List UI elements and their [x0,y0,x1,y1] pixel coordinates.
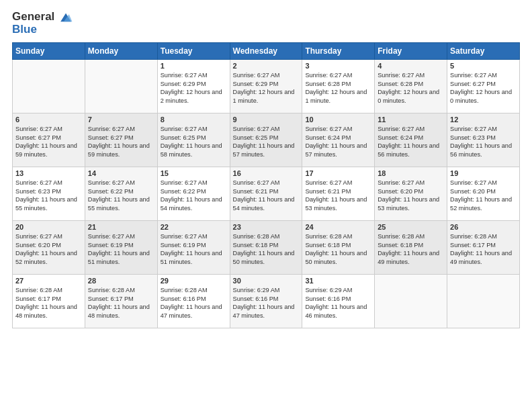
weekday-header-monday: Monday [85,43,157,60]
day-content: Sunrise: 6:29 AM Sunset: 6:16 PM Dayligh… [305,286,371,320]
day-number: 6 [15,116,82,124]
day-number: 8 [161,116,227,124]
day-content: Sunrise: 6:29 AM Sunset: 6:16 PM Dayligh… [233,286,300,320]
calendar-cell: 3Sunrise: 6:27 AM Sunset: 6:28 PM Daylig… [302,60,375,113]
calendar-cell: 27Sunrise: 6:28 AM Sunset: 6:17 PM Dayli… [13,275,85,328]
day-content: Sunrise: 6:27 AM Sunset: 6:27 PM Dayligh… [15,125,82,158]
calendar-week-1: 1Sunrise: 6:27 AM Sunset: 6:29 PM Daylig… [13,60,520,113]
day-number: 31 [305,277,371,285]
calendar-cell: 4Sunrise: 6:27 AM Sunset: 6:28 PM Daylig… [375,60,447,113]
day-number: 15 [161,169,227,177]
day-content: Sunrise: 6:27 AM Sunset: 6:23 PM Dayligh… [450,125,517,158]
calendar-cell [375,275,447,328]
day-content: Sunrise: 6:28 AM Sunset: 6:17 PM Dayligh… [450,232,517,266]
logo-blue: Blue [12,24,73,36]
calendar-cell: 6Sunrise: 6:27 AM Sunset: 6:27 PM Daylig… [13,113,85,167]
day-content: Sunrise: 6:27 AM Sunset: 6:20 PM Dayligh… [15,232,82,266]
day-number: 21 [88,223,154,231]
calendar-cell: 12Sunrise: 6:27 AM Sunset: 6:23 PM Dayli… [447,113,520,167]
day-number: 19 [450,169,517,177]
weekday-header-tuesday: Tuesday [157,43,230,60]
day-content: Sunrise: 6:28 AM Sunset: 6:16 PM Dayligh… [161,286,227,320]
day-number: 22 [161,223,227,231]
day-number: 5 [450,62,517,70]
page: General Blue SundayMondayTuesdayWednesda… [0,0,532,411]
calendar-cell: 21Sunrise: 6:27 AM Sunset: 6:19 PM Dayli… [85,221,157,275]
calendar-week-3: 13Sunrise: 6:27 AM Sunset: 6:23 PM Dayli… [13,167,520,221]
calendar-cell: 23Sunrise: 6:28 AM Sunset: 6:18 PM Dayli… [230,221,302,275]
weekday-header-sunday: Sunday [13,43,85,60]
calendar-week-4: 20Sunrise: 6:27 AM Sunset: 6:20 PM Dayli… [13,221,520,275]
day-content: Sunrise: 6:27 AM Sunset: 6:28 PM Dayligh… [305,71,371,105]
day-number: 27 [15,277,82,285]
day-content: Sunrise: 6:28 AM Sunset: 6:18 PM Dayligh… [233,232,300,266]
calendar-cell: 8Sunrise: 6:27 AM Sunset: 6:25 PM Daylig… [157,113,230,167]
day-content: Sunrise: 6:27 AM Sunset: 6:22 PM Dayligh… [161,179,227,212]
day-number: 14 [88,169,154,177]
day-content: Sunrise: 6:27 AM Sunset: 6:20 PM Dayligh… [450,179,517,212]
calendar-cell: 30Sunrise: 6:29 AM Sunset: 6:16 PM Dayli… [230,275,302,328]
day-number: 9 [233,116,300,124]
day-number: 3 [305,62,371,70]
day-content: Sunrise: 6:27 AM Sunset: 6:25 PM Dayligh… [161,125,227,158]
logo: General Blue [12,11,73,36]
calendar-cell: 25Sunrise: 6:28 AM Sunset: 6:18 PM Dayli… [375,221,447,275]
day-content: Sunrise: 6:27 AM Sunset: 6:23 PM Dayligh… [15,179,82,212]
day-number: 7 [88,116,154,124]
day-number: 1 [161,62,227,70]
day-number: 26 [450,223,517,231]
day-content: Sunrise: 6:27 AM Sunset: 6:19 PM Dayligh… [161,232,227,266]
calendar-cell: 14Sunrise: 6:27 AM Sunset: 6:22 PM Dayli… [85,167,157,221]
day-number: 25 [378,223,444,231]
day-number: 30 [233,277,300,285]
calendar-cell: 24Sunrise: 6:28 AM Sunset: 6:18 PM Dayli… [302,221,375,275]
day-content: Sunrise: 6:27 AM Sunset: 6:29 PM Dayligh… [233,71,300,105]
calendar-cell: 20Sunrise: 6:27 AM Sunset: 6:20 PM Dayli… [13,221,85,275]
calendar-week-2: 6Sunrise: 6:27 AM Sunset: 6:27 PM Daylig… [13,113,520,167]
calendar-cell: 29Sunrise: 6:28 AM Sunset: 6:16 PM Dayli… [157,275,230,328]
day-number: 4 [378,62,444,70]
day-content: Sunrise: 6:28 AM Sunset: 6:18 PM Dayligh… [378,232,444,266]
calendar-cell: 13Sunrise: 6:27 AM Sunset: 6:23 PM Dayli… [13,167,85,221]
day-number: 11 [378,116,444,124]
day-content: Sunrise: 6:27 AM Sunset: 6:29 PM Dayligh… [161,71,227,105]
day-content: Sunrise: 6:27 AM Sunset: 6:27 PM Dayligh… [88,125,154,158]
weekday-header-saturday: Saturday [447,43,520,60]
calendar-cell: 5Sunrise: 6:27 AM Sunset: 6:27 PM Daylig… [447,60,520,113]
day-content: Sunrise: 6:28 AM Sunset: 6:17 PM Dayligh… [15,286,82,320]
calendar-cell: 15Sunrise: 6:27 AM Sunset: 6:22 PM Dayli… [157,167,230,221]
day-content: Sunrise: 6:28 AM Sunset: 6:17 PM Dayligh… [88,286,154,320]
calendar-cell: 28Sunrise: 6:28 AM Sunset: 6:17 PM Dayli… [85,275,157,328]
day-number: 28 [88,277,154,285]
day-content: Sunrise: 6:28 AM Sunset: 6:18 PM Dayligh… [305,232,371,266]
calendar-cell [85,60,157,113]
calendar-cell [13,60,85,113]
weekday-header-thursday: Thursday [302,43,375,60]
calendar-cell: 18Sunrise: 6:27 AM Sunset: 6:20 PM Dayli… [375,167,447,221]
day-number: 23 [233,223,300,231]
calendar-cell: 31Sunrise: 6:29 AM Sunset: 6:16 PM Dayli… [302,275,375,328]
day-number: 18 [378,169,444,177]
day-number: 29 [161,277,227,285]
day-content: Sunrise: 6:27 AM Sunset: 6:21 PM Dayligh… [305,179,371,212]
weekday-header-wednesday: Wednesday [230,43,302,60]
calendar-cell: 7Sunrise: 6:27 AM Sunset: 6:27 PM Daylig… [85,113,157,167]
day-number: 16 [233,169,300,177]
day-number: 17 [305,169,371,177]
day-number: 10 [305,116,371,124]
day-number: 12 [450,116,517,124]
calendar-table: SundayMondayTuesdayWednesdayThursdayFrid… [12,42,520,328]
calendar-cell: 26Sunrise: 6:28 AM Sunset: 6:17 PM Dayli… [447,221,520,275]
day-content: Sunrise: 6:27 AM Sunset: 6:20 PM Dayligh… [378,179,444,212]
calendar-week-5: 27Sunrise: 6:28 AM Sunset: 6:17 PM Dayli… [13,275,520,328]
weekday-header-friday: Friday [375,43,447,60]
calendar-cell: 19Sunrise: 6:27 AM Sunset: 6:20 PM Dayli… [447,167,520,221]
calendar-cell: 1Sunrise: 6:27 AM Sunset: 6:29 PM Daylig… [157,60,230,113]
logo-general: General [12,11,73,24]
day-number: 24 [305,223,371,231]
calendar-cell: 11Sunrise: 6:27 AM Sunset: 6:24 PM Dayli… [375,113,447,167]
day-content: Sunrise: 6:27 AM Sunset: 6:24 PM Dayligh… [305,125,371,158]
calendar-cell: 22Sunrise: 6:27 AM Sunset: 6:19 PM Dayli… [157,221,230,275]
calendar-cell: 17Sunrise: 6:27 AM Sunset: 6:21 PM Dayli… [302,167,375,221]
day-content: Sunrise: 6:27 AM Sunset: 6:25 PM Dayligh… [233,125,300,158]
